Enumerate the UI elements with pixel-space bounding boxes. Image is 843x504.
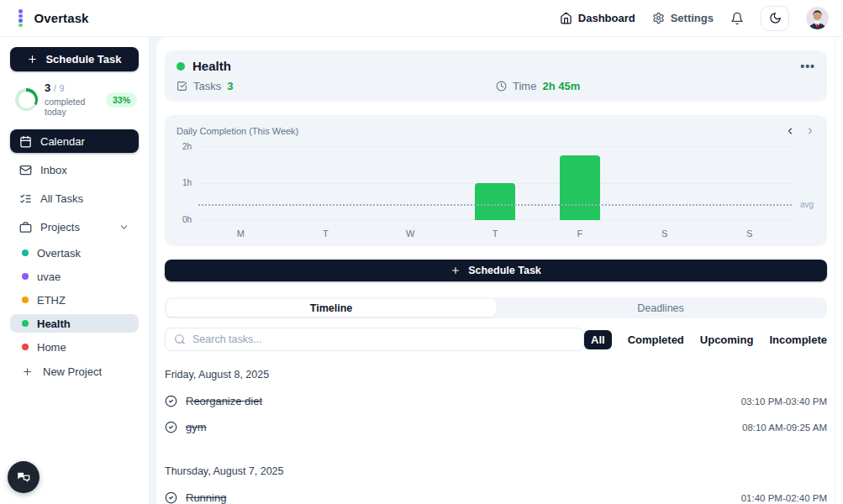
sidebar: Schedule Task 3 / 9 completed today 33% …	[0, 37, 150, 504]
daily-progress: 3 / 9 completed today 33%	[15, 82, 137, 117]
sidebar-item-inbox[interactable]: Inbox	[10, 158, 139, 181]
chart-next-button[interactable]	[805, 126, 815, 136]
filter-upcoming[interactable]: Upcoming	[700, 333, 754, 346]
project-color-dot	[22, 344, 29, 350]
task-list: Friday, August 8, 2025 Reorganize diet 0…	[165, 369, 827, 504]
chart-day-labels: MTWTFSS	[198, 228, 792, 239]
project-color-dot	[177, 62, 185, 71]
daily-completion-chart: Daily Completion (This Week) 2h 1h	[165, 115, 827, 246]
avatar[interactable]	[806, 7, 829, 29]
project-label: Home	[37, 341, 66, 354]
project-label: ETHZ	[37, 294, 66, 307]
chat-widget-button[interactable]	[8, 461, 40, 493]
plus-icon	[450, 265, 461, 276]
schedule-task-button-main[interactable]: Schedule Task	[165, 260, 827, 281]
project-menu-button[interactable]: •••	[800, 62, 815, 71]
sidebar-item-all-tasks[interactable]: All Tasks	[10, 186, 139, 210]
sidebar-project-ethz[interactable]: ETHZ	[10, 291, 139, 309]
top-header: Overtask Dashboard Settings	[0, 0, 843, 37]
nav-dashboard[interactable]: Dashboard	[560, 12, 635, 24]
sidebar-project-health[interactable]: Health	[10, 314, 139, 333]
check-circle-icon[interactable]	[165, 421, 177, 433]
project-list: Overtask uvae ETHZ Health Home	[10, 244, 139, 381]
checklist-icon	[19, 192, 32, 205]
tasks-meta: Tasks 3	[177, 80, 496, 92]
project-color-dot	[22, 320, 29, 327]
chart-column	[283, 146, 368, 220]
nav-settings[interactable]: Settings	[652, 12, 714, 24]
sidebar-project-overtask[interactable]: Overtask	[10, 244, 139, 262]
project-label: Health	[37, 318, 71, 330]
filter-completed[interactable]: Completed	[628, 333, 684, 346]
filter-incomplete[interactable]: Incomplete	[769, 333, 827, 346]
chart-day-label: F	[537, 228, 622, 239]
progress-percent-badge: 33%	[106, 92, 137, 108]
notifications-button[interactable]	[730, 12, 744, 25]
avatar-photo-icon	[806, 7, 829, 29]
chart-column	[537, 146, 622, 220]
chevron-left-icon	[785, 126, 795, 136]
project-color-dot	[22, 297, 29, 303]
average-line: avg	[198, 204, 792, 206]
y-tick: 0h	[182, 215, 192, 224]
schedule-task-label: Schedule Task	[45, 53, 121, 66]
theme-toggle-button[interactable]	[761, 6, 789, 31]
project-header-card: Health ••• Tasks 3 Time 2h 45m	[165, 50, 827, 102]
sidebar-item-calendar[interactable]: Calendar	[10, 129, 139, 153]
chart-column	[707, 146, 792, 220]
chart-columns	[198, 146, 792, 220]
calendar-icon	[19, 135, 32, 148]
chart-bar[interactable]	[560, 155, 600, 220]
chart-day-label: T	[283, 228, 368, 239]
chart-day-label: S	[707, 228, 792, 239]
project-label: Overtask	[37, 247, 81, 260]
y-tick: 1h	[182, 178, 192, 187]
chart-y-axis: 2h 1h 0h	[177, 146, 198, 220]
task-row[interactable]: Running 01:40 PM-02:40 PM	[165, 485, 827, 504]
new-project-button[interactable]: New Project	[10, 361, 139, 381]
sidebar-item-label: Projects	[40, 221, 80, 234]
sidebar-project-uvae[interactable]: uvae	[10, 267, 139, 286]
task-title: gym	[186, 421, 207, 433]
check-circle-icon[interactable]	[165, 395, 177, 407]
chart-day-label: S	[622, 228, 707, 239]
project-color-dot	[22, 273, 29, 280]
tasks-label: Tasks	[193, 80, 221, 92]
overtask-logo-icon	[18, 9, 23, 27]
chart-bar[interactable]	[475, 183, 515, 220]
average-label: avg	[800, 200, 814, 209]
filter-all[interactable]: All	[584, 330, 612, 349]
check-circle-icon[interactable]	[165, 491, 177, 504]
new-project-label: New Project	[43, 365, 102, 378]
chart-prev-button[interactable]	[785, 126, 795, 136]
home-icon	[560, 12, 572, 24]
chat-bubbles-icon	[16, 470, 31, 485]
task-row[interactable]: Reorganize diet 03:10 PM-03:40 PM	[165, 388, 827, 414]
nav-dashboard-label: Dashboard	[578, 12, 635, 24]
app-title: Overtask	[34, 11, 89, 25]
plus-icon	[22, 366, 33, 377]
chart-column	[622, 146, 707, 220]
sidebar-item-projects[interactable]: Projects	[10, 215, 139, 239]
search-input[interactable]	[192, 333, 575, 345]
search-box[interactable]	[165, 328, 584, 351]
task-filters: All Completed Upcoming Incomplete	[584, 330, 827, 349]
time-meta: Time 2h 45m	[496, 80, 815, 92]
chart-plot-area: avg	[198, 146, 792, 220]
briefcase-icon	[19, 221, 32, 234]
project-label: uvae	[37, 270, 61, 283]
sidebar-nav: Calendar Inbox All Tasks Projects Overta…	[10, 129, 139, 381]
task-time: 08:10 AM-09:25 AM	[742, 423, 827, 433]
schedule-task-button[interactable]: Schedule Task	[10, 47, 139, 71]
plus-icon	[27, 54, 38, 65]
bell-icon	[730, 12, 744, 25]
task-row[interactable]: gym 08:10 AM-09:25 AM	[165, 414, 827, 440]
task-time: 03:10 PM-03:40 PM	[741, 396, 827, 407]
task-time: 01:40 PM-02:40 PM	[741, 493, 827, 503]
chart-column	[198, 146, 283, 220]
tab-deadlines[interactable]: Deadlines	[496, 299, 825, 317]
sidebar-project-home[interactable]: Home	[10, 338, 139, 356]
tab-timeline[interactable]: Timeline	[166, 299, 496, 317]
chart-column	[368, 146, 453, 220]
scrollbar-gutter[interactable]	[835, 37, 843, 504]
